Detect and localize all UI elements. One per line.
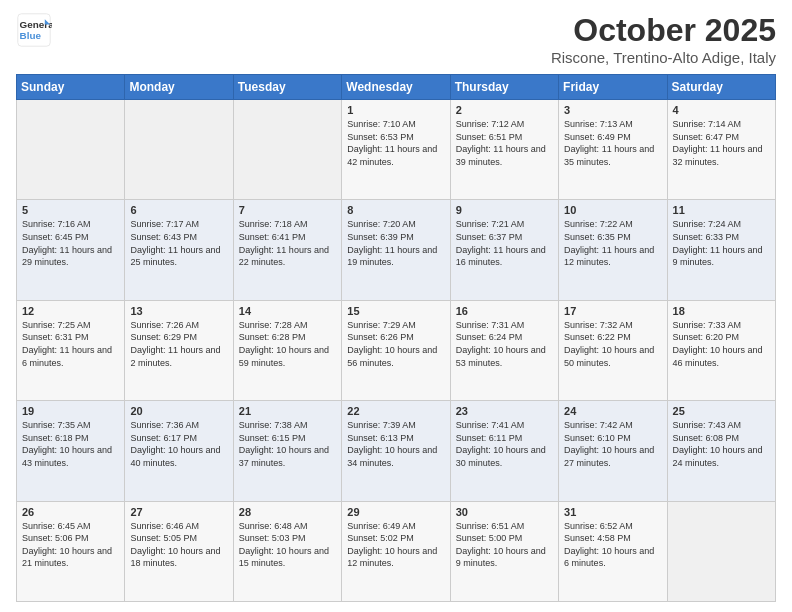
cell-info: Sunrise: 7:32 AMSunset: 6:22 PMDaylight:…	[564, 320, 654, 368]
day-number: 6	[130, 204, 227, 216]
calendar-cell: 28Sunrise: 6:48 AMSunset: 5:03 PMDayligh…	[233, 501, 341, 601]
cell-info: Sunrise: 7:13 AMSunset: 6:49 PMDaylight:…	[564, 119, 654, 167]
calendar-cell: 25Sunrise: 7:43 AMSunset: 6:08 PMDayligh…	[667, 401, 775, 501]
cell-info: Sunrise: 6:46 AMSunset: 5:05 PMDaylight:…	[130, 521, 220, 569]
calendar-cell: 2Sunrise: 7:12 AMSunset: 6:51 PMDaylight…	[450, 100, 558, 200]
cell-info: Sunrise: 7:24 AMSunset: 6:33 PMDaylight:…	[673, 219, 763, 267]
calendar-week-3: 19Sunrise: 7:35 AMSunset: 6:18 PMDayligh…	[17, 401, 776, 501]
cell-info: Sunrise: 6:45 AMSunset: 5:06 PMDaylight:…	[22, 521, 112, 569]
weekday-header-saturday: Saturday	[667, 75, 775, 100]
calendar-cell: 20Sunrise: 7:36 AMSunset: 6:17 PMDayligh…	[125, 401, 233, 501]
calendar-cell: 31Sunrise: 6:52 AMSunset: 4:58 PMDayligh…	[559, 501, 667, 601]
main-title: October 2025	[551, 12, 776, 49]
calendar-cell: 15Sunrise: 7:29 AMSunset: 6:26 PMDayligh…	[342, 300, 450, 400]
day-number: 5	[22, 204, 119, 216]
title-block: October 2025 Riscone, Trentino-Alto Adig…	[551, 12, 776, 66]
calendar-cell: 3Sunrise: 7:13 AMSunset: 6:49 PMDaylight…	[559, 100, 667, 200]
day-number: 21	[239, 405, 336, 417]
svg-text:Blue: Blue	[20, 30, 42, 41]
cell-info: Sunrise: 7:29 AMSunset: 6:26 PMDaylight:…	[347, 320, 437, 368]
calendar-cell: 1Sunrise: 7:10 AMSunset: 6:53 PMDaylight…	[342, 100, 450, 200]
day-number: 14	[239, 305, 336, 317]
weekday-header-sunday: Sunday	[17, 75, 125, 100]
calendar-cell: 24Sunrise: 7:42 AMSunset: 6:10 PMDayligh…	[559, 401, 667, 501]
calendar-cell: 5Sunrise: 7:16 AMSunset: 6:45 PMDaylight…	[17, 200, 125, 300]
svg-text:General: General	[20, 19, 52, 30]
day-number: 16	[456, 305, 553, 317]
day-number: 24	[564, 405, 661, 417]
day-number: 2	[456, 104, 553, 116]
calendar-cell: 30Sunrise: 6:51 AMSunset: 5:00 PMDayligh…	[450, 501, 558, 601]
cell-info: Sunrise: 7:26 AMSunset: 6:29 PMDaylight:…	[130, 320, 220, 368]
calendar-cell: 19Sunrise: 7:35 AMSunset: 6:18 PMDayligh…	[17, 401, 125, 501]
cell-info: Sunrise: 7:14 AMSunset: 6:47 PMDaylight:…	[673, 119, 763, 167]
day-number: 11	[673, 204, 770, 216]
calendar-cell: 27Sunrise: 6:46 AMSunset: 5:05 PMDayligh…	[125, 501, 233, 601]
calendar-body: 1Sunrise: 7:10 AMSunset: 6:53 PMDaylight…	[17, 100, 776, 602]
page: General Blue October 2025 Riscone, Trent…	[0, 0, 792, 612]
day-number: 10	[564, 204, 661, 216]
weekday-header-tuesday: Tuesday	[233, 75, 341, 100]
calendar-cell	[17, 100, 125, 200]
weekday-header-thursday: Thursday	[450, 75, 558, 100]
weekday-header-wednesday: Wednesday	[342, 75, 450, 100]
day-number: 26	[22, 506, 119, 518]
day-number: 29	[347, 506, 444, 518]
day-number: 18	[673, 305, 770, 317]
cell-info: Sunrise: 6:51 AMSunset: 5:00 PMDaylight:…	[456, 521, 546, 569]
cell-info: Sunrise: 7:18 AMSunset: 6:41 PMDaylight:…	[239, 219, 329, 267]
cell-info: Sunrise: 7:33 AMSunset: 6:20 PMDaylight:…	[673, 320, 763, 368]
calendar-cell: 13Sunrise: 7:26 AMSunset: 6:29 PMDayligh…	[125, 300, 233, 400]
calendar-cell: 21Sunrise: 7:38 AMSunset: 6:15 PMDayligh…	[233, 401, 341, 501]
calendar-cell: 16Sunrise: 7:31 AMSunset: 6:24 PMDayligh…	[450, 300, 558, 400]
cell-info: Sunrise: 7:42 AMSunset: 6:10 PMDaylight:…	[564, 420, 654, 468]
calendar-cell: 18Sunrise: 7:33 AMSunset: 6:20 PMDayligh…	[667, 300, 775, 400]
subtitle: Riscone, Trentino-Alto Adige, Italy	[551, 49, 776, 66]
cell-info: Sunrise: 7:38 AMSunset: 6:15 PMDaylight:…	[239, 420, 329, 468]
cell-info: Sunrise: 7:10 AMSunset: 6:53 PMDaylight:…	[347, 119, 437, 167]
calendar-week-0: 1Sunrise: 7:10 AMSunset: 6:53 PMDaylight…	[17, 100, 776, 200]
calendar-cell	[233, 100, 341, 200]
cell-info: Sunrise: 7:25 AMSunset: 6:31 PMDaylight:…	[22, 320, 112, 368]
calendar-cell: 6Sunrise: 7:17 AMSunset: 6:43 PMDaylight…	[125, 200, 233, 300]
header: General Blue October 2025 Riscone, Trent…	[16, 12, 776, 66]
calendar-week-1: 5Sunrise: 7:16 AMSunset: 6:45 PMDaylight…	[17, 200, 776, 300]
calendar-week-4: 26Sunrise: 6:45 AMSunset: 5:06 PMDayligh…	[17, 501, 776, 601]
calendar-week-2: 12Sunrise: 7:25 AMSunset: 6:31 PMDayligh…	[17, 300, 776, 400]
day-number: 28	[239, 506, 336, 518]
day-number: 7	[239, 204, 336, 216]
cell-info: Sunrise: 7:41 AMSunset: 6:11 PMDaylight:…	[456, 420, 546, 468]
day-number: 9	[456, 204, 553, 216]
calendar-cell: 10Sunrise: 7:22 AMSunset: 6:35 PMDayligh…	[559, 200, 667, 300]
cell-info: Sunrise: 7:22 AMSunset: 6:35 PMDaylight:…	[564, 219, 654, 267]
cell-info: Sunrise: 7:31 AMSunset: 6:24 PMDaylight:…	[456, 320, 546, 368]
cell-info: Sunrise: 7:17 AMSunset: 6:43 PMDaylight:…	[130, 219, 220, 267]
cell-info: Sunrise: 7:21 AMSunset: 6:37 PMDaylight:…	[456, 219, 546, 267]
day-number: 3	[564, 104, 661, 116]
day-number: 25	[673, 405, 770, 417]
day-number: 23	[456, 405, 553, 417]
day-number: 17	[564, 305, 661, 317]
logo-icon: General Blue	[16, 12, 52, 48]
cell-info: Sunrise: 7:35 AMSunset: 6:18 PMDaylight:…	[22, 420, 112, 468]
weekday-header-friday: Friday	[559, 75, 667, 100]
day-number: 12	[22, 305, 119, 317]
calendar-cell: 12Sunrise: 7:25 AMSunset: 6:31 PMDayligh…	[17, 300, 125, 400]
day-number: 19	[22, 405, 119, 417]
logo: General Blue	[16, 12, 52, 48]
day-number: 31	[564, 506, 661, 518]
calendar-cell: 26Sunrise: 6:45 AMSunset: 5:06 PMDayligh…	[17, 501, 125, 601]
cell-info: Sunrise: 7:28 AMSunset: 6:28 PMDaylight:…	[239, 320, 329, 368]
cell-info: Sunrise: 7:20 AMSunset: 6:39 PMDaylight:…	[347, 219, 437, 267]
calendar-cell: 22Sunrise: 7:39 AMSunset: 6:13 PMDayligh…	[342, 401, 450, 501]
weekday-header-monday: Monday	[125, 75, 233, 100]
calendar-cell: 9Sunrise: 7:21 AMSunset: 6:37 PMDaylight…	[450, 200, 558, 300]
weekday-header-row: SundayMondayTuesdayWednesdayThursdayFrid…	[17, 75, 776, 100]
calendar-cell: 17Sunrise: 7:32 AMSunset: 6:22 PMDayligh…	[559, 300, 667, 400]
day-number: 13	[130, 305, 227, 317]
cell-info: Sunrise: 7:36 AMSunset: 6:17 PMDaylight:…	[130, 420, 220, 468]
day-number: 22	[347, 405, 444, 417]
day-number: 15	[347, 305, 444, 317]
cell-info: Sunrise: 7:12 AMSunset: 6:51 PMDaylight:…	[456, 119, 546, 167]
calendar-cell: 23Sunrise: 7:41 AMSunset: 6:11 PMDayligh…	[450, 401, 558, 501]
